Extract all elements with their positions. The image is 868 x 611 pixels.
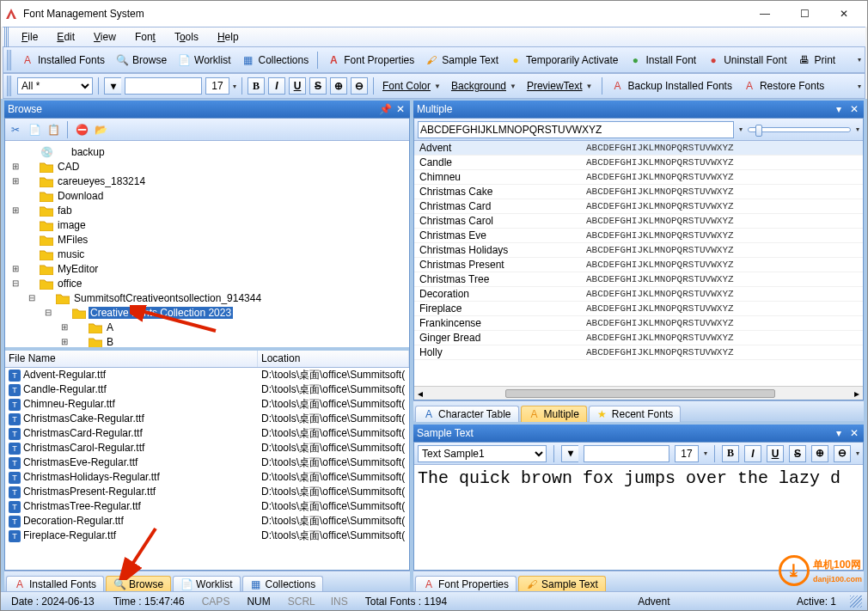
sample-text-body[interactable]: The quick brown fox jumps over the lazy …: [414, 465, 863, 570]
font-preview-row[interactable]: Christmas CardABCDEFGHIJKLMNOPQRSTUVWXYZ: [414, 199, 863, 214]
font-preview-row[interactable]: Christmas EveABCDEFGHIJKLMNOPQRSTUVWXYZ: [414, 229, 863, 243]
sample-italic-button[interactable]: I: [744, 445, 761, 462]
fontname-input[interactable]: [125, 77, 202, 95]
col-location[interactable]: Location: [258, 351, 409, 367]
table-row[interactable]: TAdvent-Regular.ttfD:\tools\桌面\office\Su…: [5, 368, 409, 382]
italic-button[interactable]: I: [268, 77, 285, 95]
tree-item[interactable]: backup: [70, 146, 107, 158]
tab-sample-text[interactable]: 🖌Sample Text: [518, 576, 606, 591]
restore-fonts-button[interactable]: ARestore Fonts: [739, 77, 828, 95]
folder-tree[interactable]: 💿backup ⊞CAD ⊞careueyes_183214 Download …: [5, 141, 409, 347]
tree-item[interactable]: B: [105, 336, 115, 348]
tab-recent-fonts[interactable]: ★Recent Fonts: [589, 406, 681, 422]
table-row[interactable]: TCandle-Regular.ttfD:\tools\桌面\office\Su…: [5, 382, 409, 397]
font-preview-row[interactable]: ChimneuABCDEFGHIJKLMNOPQRSTUVWXYZ: [414, 170, 863, 185]
font-preview-row[interactable]: FireplaceABCDEFGHIJKLMNOPQRSTUVWXYZ: [414, 302, 863, 316]
tab-collections[interactable]: ▦Collections: [242, 576, 324, 591]
sample-bold-button[interactable]: B: [722, 445, 739, 462]
font-preview-row[interactable]: AdventABCDEFGHIJKLMNOPQRSTUVWXYZ: [414, 141, 863, 156]
minimize-button[interactable]: —: [745, 1, 785, 27]
toolbar2-overflow[interactable]: ▾: [858, 82, 861, 90]
tree-item[interactable]: SummitsoftCreativeontsollection_914344: [72, 292, 263, 304]
font-preview-row[interactable]: Christmas TreeABCDEFGHIJKLMNOPQRSTUVWXYZ: [414, 272, 863, 287]
tree-item[interactable]: CAD: [56, 161, 81, 173]
file-list[interactable]: File Name Location TAdvent-Regular.ttfD:…: [5, 351, 409, 570]
tree-item[interactable]: A: [105, 321, 115, 333]
tree-item[interactable]: careueyes_183214: [56, 175, 147, 187]
sample-zoom-in-button[interactable]: ⊕: [811, 445, 828, 462]
tab-character-table[interactable]: ACharacter Table: [415, 406, 519, 422]
cut-icon[interactable]: ✂: [9, 123, 22, 137]
menu-view[interactable]: View: [85, 29, 125, 45]
sample-text-select[interactable]: Text Sample1: [418, 445, 547, 462]
sample-fontsize-input[interactable]: [675, 445, 699, 462]
tree-item[interactable]: MFiles: [56, 234, 89, 246]
multiple-dropdown-button[interactable]: ▾: [833, 103, 845, 115]
table-row[interactable]: TChristmasCard-Regular.ttfD:\tools\桌面\of…: [5, 426, 409, 441]
installed-fonts-button[interactable]: AInstalled Fonts: [17, 52, 108, 69]
horizontal-scrollbar[interactable]: ◂▸: [414, 386, 863, 400]
menu-file[interactable]: File: [13, 29, 46, 45]
tab-multiple[interactable]: AMultiple: [521, 406, 587, 422]
multiple-close-button[interactable]: ✕: [848, 103, 860, 115]
maximize-button[interactable]: ☐: [785, 1, 824, 27]
browse-button[interactable]: 🔍Browse: [112, 52, 170, 69]
col-filename[interactable]: File Name: [5, 351, 258, 367]
bold-button[interactable]: B: [248, 77, 265, 95]
preview-text-dropdown[interactable]: PreviewText▼: [523, 78, 596, 94]
sample-color-swatch[interactable]: ▾: [561, 445, 578, 462]
font-preview-row[interactable]: CandleABCDEFGHIJKLMNOPQRSTUVWXYZ: [414, 156, 863, 170]
menu-edit[interactable]: Edit: [48, 29, 83, 45]
font-preview-row[interactable]: Christmas HolidaysABCDEFGHIJKLMNOPQRSTUV…: [414, 243, 863, 258]
tab-browse[interactable]: 🔍Browse: [106, 576, 171, 591]
menu-font[interactable]: Font: [126, 29, 164, 45]
font-preview-row[interactable]: Christmas CarolABCDEFGHIJKLMNOPQRSTUVWXY…: [414, 214, 863, 229]
copy-icon[interactable]: 📄: [28, 123, 41, 137]
toolbar2-grip[interactable]: [7, 76, 12, 96]
delete-icon[interactable]: ⛔: [75, 123, 89, 137]
collections-button[interactable]: ▦Collections: [238, 52, 313, 69]
table-row[interactable]: TChristmasHolidays-Regular.ttfD:\tools\桌…: [5, 470, 409, 485]
zoom-in-button[interactable]: ⊕: [330, 77, 347, 95]
install-font-button[interactable]: ●Install Font: [625, 52, 700, 69]
table-row[interactable]: TChristmasTree-Regular.ttfD:\tools\桌面\of…: [5, 499, 409, 514]
open-folder-icon[interactable]: 📂: [94, 123, 107, 137]
sample-strike-button[interactable]: S: [789, 445, 806, 462]
font-preview-row[interactable]: Christmas CakeABCDEFGHIJKLMNOPQRSTUVWXYZ: [414, 185, 863, 199]
sample-underline-button[interactable]: U: [767, 445, 784, 462]
close-button[interactable]: ✕: [824, 1, 864, 27]
tree-item[interactable]: fab: [56, 205, 74, 217]
resize-grip[interactable]: [850, 596, 862, 608]
browse-pin-button[interactable]: 📌: [379, 103, 391, 115]
tab-worklist[interactable]: 📄Worklist: [173, 576, 240, 591]
table-row[interactable]: TChristmasEve-Regular.ttfD:\tools\桌面\off…: [5, 455, 409, 470]
sample-text-button[interactable]: 🖌Sample Text: [421, 52, 502, 69]
zoom-slider[interactable]: [748, 127, 851, 132]
temp-activate-button[interactable]: ●Temporarily Activate: [505, 52, 621, 69]
tree-item[interactable]: music: [56, 248, 86, 260]
color-swatch[interactable]: ▾: [104, 77, 121, 95]
underline-button[interactable]: U: [289, 77, 306, 95]
strike-button[interactable]: S: [309, 77, 327, 95]
table-row[interactable]: TChristmasPresent-Regular.ttfD:\tools\桌面…: [5, 485, 409, 499]
menu-help[interactable]: Help: [209, 29, 248, 45]
font-preview-row[interactable]: Christmas PresentABCDEFGHIJKLMNOPQRSTUVW…: [414, 258, 863, 272]
fontsize-input[interactable]: [205, 77, 229, 95]
tab-installed-fonts[interactable]: AInstalled Fonts: [6, 576, 104, 591]
tab-font-properties[interactable]: AFont Properties: [415, 576, 517, 591]
filter-select[interactable]: All *: [17, 77, 93, 95]
tree-item-selected[interactable]: Creative Fonts Collection 2023: [89, 307, 233, 319]
table-row[interactable]: TChimneu-Regular.ttfD:\tools\桌面\office\S…: [5, 397, 409, 412]
sample-overflow[interactable]: ▾: [856, 449, 859, 457]
preview-text-input[interactable]: [418, 121, 734, 138]
tree-item[interactable]: office: [56, 278, 83, 290]
menubar-grip[interactable]: [4, 27, 9, 47]
tree-item[interactable]: MyEditor: [56, 263, 100, 275]
font-preview-row[interactable]: Ginger BreadABCDEFGHIJKLMNOPQRSTUVWXYZ: [414, 331, 863, 345]
font-color-dropdown[interactable]: Font Color▼: [379, 78, 444, 94]
sample-dropdown-button[interactable]: ▾: [833, 427, 845, 439]
multiple-overflow[interactable]: ▾: [856, 125, 859, 133]
toolbar1-grip[interactable]: [7, 50, 12, 70]
uninstall-font-button[interactable]: ●Uninstall Font: [703, 52, 790, 69]
background-dropdown[interactable]: Background▼: [448, 78, 520, 94]
